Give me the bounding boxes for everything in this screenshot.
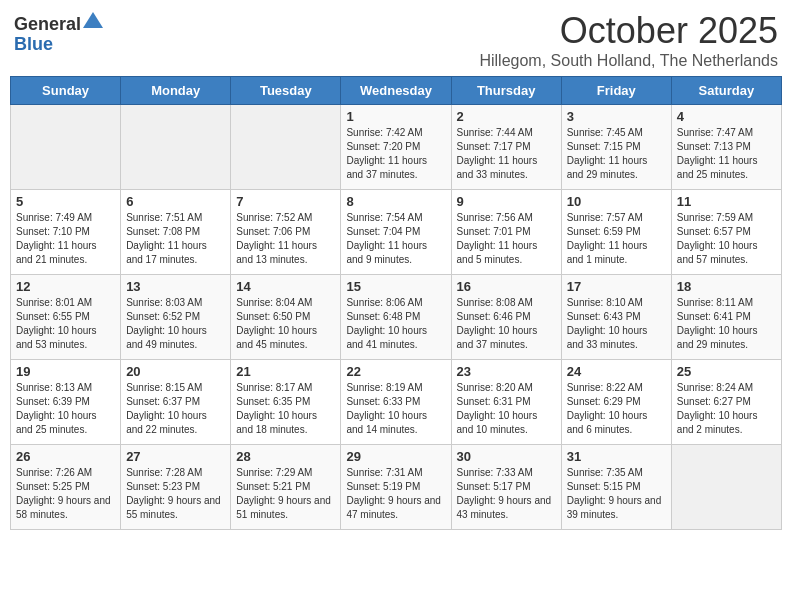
day-number: 12: [16, 279, 115, 294]
calendar-cell: 27Sunrise: 7:28 AM Sunset: 5:23 PM Dayli…: [121, 445, 231, 530]
day-info: Sunrise: 8:17 AM Sunset: 6:35 PM Dayligh…: [236, 381, 335, 437]
day-header-tuesday: Tuesday: [231, 77, 341, 105]
day-info: Sunrise: 7:42 AM Sunset: 7:20 PM Dayligh…: [346, 126, 445, 182]
day-header-thursday: Thursday: [451, 77, 561, 105]
day-info: Sunrise: 7:31 AM Sunset: 5:19 PM Dayligh…: [346, 466, 445, 522]
day-number: 29: [346, 449, 445, 464]
day-info: Sunrise: 8:24 AM Sunset: 6:27 PM Dayligh…: [677, 381, 776, 437]
day-number: 20: [126, 364, 225, 379]
day-number: 26: [16, 449, 115, 464]
calendar-cell: 21Sunrise: 8:17 AM Sunset: 6:35 PM Dayli…: [231, 360, 341, 445]
calendar-cell: 24Sunrise: 8:22 AM Sunset: 6:29 PM Dayli…: [561, 360, 671, 445]
day-info: Sunrise: 8:19 AM Sunset: 6:33 PM Dayligh…: [346, 381, 445, 437]
day-number: 10: [567, 194, 666, 209]
day-info: Sunrise: 7:57 AM Sunset: 6:59 PM Dayligh…: [567, 211, 666, 267]
calendar-cell: 2Sunrise: 7:44 AM Sunset: 7:17 PM Daylig…: [451, 105, 561, 190]
calendar-cell: 18Sunrise: 8:11 AM Sunset: 6:41 PM Dayli…: [671, 275, 781, 360]
calendar-cell: 7Sunrise: 7:52 AM Sunset: 7:06 PM Daylig…: [231, 190, 341, 275]
day-number: 17: [567, 279, 666, 294]
svg-marker-0: [83, 12, 103, 28]
logo-general: General: [14, 14, 81, 34]
calendar-week-row: 19Sunrise: 8:13 AM Sunset: 6:39 PM Dayli…: [11, 360, 782, 445]
calendar-cell: [231, 105, 341, 190]
day-info: Sunrise: 7:35 AM Sunset: 5:15 PM Dayligh…: [567, 466, 666, 522]
calendar-table: SundayMondayTuesdayWednesdayThursdayFrid…: [10, 76, 782, 530]
day-number: 9: [457, 194, 556, 209]
day-number: 23: [457, 364, 556, 379]
calendar-cell: 17Sunrise: 8:10 AM Sunset: 6:43 PM Dayli…: [561, 275, 671, 360]
calendar-cell: [121, 105, 231, 190]
day-number: 24: [567, 364, 666, 379]
calendar-cell: 13Sunrise: 8:03 AM Sunset: 6:52 PM Dayli…: [121, 275, 231, 360]
location-subtitle: Hillegom, South Holland, The Netherlands: [479, 52, 778, 70]
calendar-cell: 25Sunrise: 8:24 AM Sunset: 6:27 PM Dayli…: [671, 360, 781, 445]
day-info: Sunrise: 8:08 AM Sunset: 6:46 PM Dayligh…: [457, 296, 556, 352]
calendar-cell: 9Sunrise: 7:56 AM Sunset: 7:01 PM Daylig…: [451, 190, 561, 275]
day-info: Sunrise: 7:47 AM Sunset: 7:13 PM Dayligh…: [677, 126, 776, 182]
day-info: Sunrise: 8:06 AM Sunset: 6:48 PM Dayligh…: [346, 296, 445, 352]
day-number: 4: [677, 109, 776, 124]
day-number: 15: [346, 279, 445, 294]
month-title: October 2025: [479, 10, 778, 52]
calendar-cell: 3Sunrise: 7:45 AM Sunset: 7:15 PM Daylig…: [561, 105, 671, 190]
day-number: 22: [346, 364, 445, 379]
calendar-cell: 1Sunrise: 7:42 AM Sunset: 7:20 PM Daylig…: [341, 105, 451, 190]
calendar-cell: 28Sunrise: 7:29 AM Sunset: 5:21 PM Dayli…: [231, 445, 341, 530]
day-number: 1: [346, 109, 445, 124]
calendar-cell: 23Sunrise: 8:20 AM Sunset: 6:31 PM Dayli…: [451, 360, 561, 445]
calendar-cell: 15Sunrise: 8:06 AM Sunset: 6:48 PM Dayli…: [341, 275, 451, 360]
calendar-week-row: 26Sunrise: 7:26 AM Sunset: 5:25 PM Dayli…: [11, 445, 782, 530]
day-number: 6: [126, 194, 225, 209]
day-info: Sunrise: 8:15 AM Sunset: 6:37 PM Dayligh…: [126, 381, 225, 437]
day-number: 3: [567, 109, 666, 124]
calendar-cell: 4Sunrise: 7:47 AM Sunset: 7:13 PM Daylig…: [671, 105, 781, 190]
day-number: 27: [126, 449, 225, 464]
day-number: 8: [346, 194, 445, 209]
day-info: Sunrise: 7:44 AM Sunset: 7:17 PM Dayligh…: [457, 126, 556, 182]
day-number: 19: [16, 364, 115, 379]
day-header-sunday: Sunday: [11, 77, 121, 105]
day-info: Sunrise: 8:22 AM Sunset: 6:29 PM Dayligh…: [567, 381, 666, 437]
day-number: 5: [16, 194, 115, 209]
day-number: 18: [677, 279, 776, 294]
calendar-cell: 8Sunrise: 7:54 AM Sunset: 7:04 PM Daylig…: [341, 190, 451, 275]
day-info: Sunrise: 8:01 AM Sunset: 6:55 PM Dayligh…: [16, 296, 115, 352]
day-info: Sunrise: 7:49 AM Sunset: 7:10 PM Dayligh…: [16, 211, 115, 267]
day-number: 31: [567, 449, 666, 464]
calendar-cell: 16Sunrise: 8:08 AM Sunset: 6:46 PM Dayli…: [451, 275, 561, 360]
day-info: Sunrise: 7:45 AM Sunset: 7:15 PM Dayligh…: [567, 126, 666, 182]
calendar-cell: 11Sunrise: 7:59 AM Sunset: 6:57 PM Dayli…: [671, 190, 781, 275]
calendar-cell: 10Sunrise: 7:57 AM Sunset: 6:59 PM Dayli…: [561, 190, 671, 275]
calendar-week-row: 12Sunrise: 8:01 AM Sunset: 6:55 PM Dayli…: [11, 275, 782, 360]
calendar-cell: 22Sunrise: 8:19 AM Sunset: 6:33 PM Dayli…: [341, 360, 451, 445]
day-number: 21: [236, 364, 335, 379]
day-header-friday: Friday: [561, 77, 671, 105]
day-info: Sunrise: 7:54 AM Sunset: 7:04 PM Dayligh…: [346, 211, 445, 267]
calendar-week-row: 5Sunrise: 7:49 AM Sunset: 7:10 PM Daylig…: [11, 190, 782, 275]
calendar-cell: 26Sunrise: 7:26 AM Sunset: 5:25 PM Dayli…: [11, 445, 121, 530]
day-info: Sunrise: 7:51 AM Sunset: 7:08 PM Dayligh…: [126, 211, 225, 267]
logo-blue: Blue: [14, 34, 53, 54]
calendar-cell: [671, 445, 781, 530]
calendar-week-row: 1Sunrise: 7:42 AM Sunset: 7:20 PM Daylig…: [11, 105, 782, 190]
calendar-cell: 14Sunrise: 8:04 AM Sunset: 6:50 PM Dayli…: [231, 275, 341, 360]
day-number: 2: [457, 109, 556, 124]
calendar-cell: 29Sunrise: 7:31 AM Sunset: 5:19 PM Dayli…: [341, 445, 451, 530]
day-number: 11: [677, 194, 776, 209]
calendar-header-row: SundayMondayTuesdayWednesdayThursdayFrid…: [11, 77, 782, 105]
day-number: 28: [236, 449, 335, 464]
day-info: Sunrise: 7:26 AM Sunset: 5:25 PM Dayligh…: [16, 466, 115, 522]
day-info: Sunrise: 7:33 AM Sunset: 5:17 PM Dayligh…: [457, 466, 556, 522]
calendar-cell: 20Sunrise: 8:15 AM Sunset: 6:37 PM Dayli…: [121, 360, 231, 445]
title-section: October 2025 Hillegom, South Holland, Th…: [479, 10, 778, 70]
day-header-wednesday: Wednesday: [341, 77, 451, 105]
day-number: 30: [457, 449, 556, 464]
day-info: Sunrise: 7:28 AM Sunset: 5:23 PM Dayligh…: [126, 466, 225, 522]
day-number: 16: [457, 279, 556, 294]
day-info: Sunrise: 8:11 AM Sunset: 6:41 PM Dayligh…: [677, 296, 776, 352]
calendar-cell: [11, 105, 121, 190]
day-header-saturday: Saturday: [671, 77, 781, 105]
day-number: 25: [677, 364, 776, 379]
calendar-cell: 5Sunrise: 7:49 AM Sunset: 7:10 PM Daylig…: [11, 190, 121, 275]
day-number: 14: [236, 279, 335, 294]
